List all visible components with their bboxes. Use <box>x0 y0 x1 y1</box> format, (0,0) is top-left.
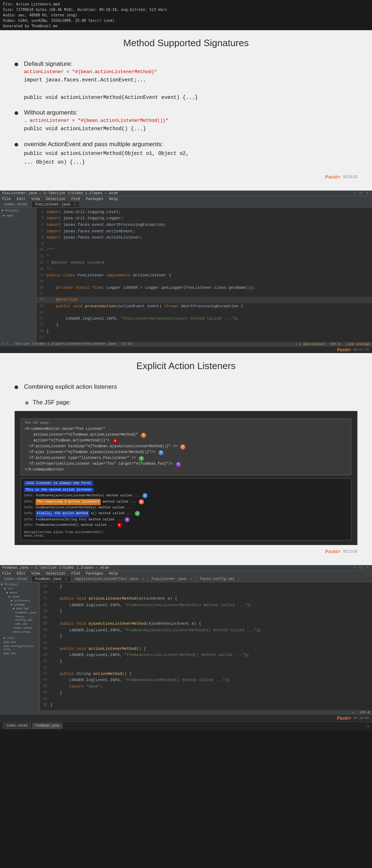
ide-content-1: ▼ Project ▶ apps 4 import java.util.logg… <box>0 208 372 342</box>
taskbar-item-1[interactable]: index.xhtml <box>3 723 31 729</box>
menu-packages-1[interactable]: Packages <box>86 197 103 201</box>
slide1-title: Method Supported Signatures <box>15 37 357 52</box>
bullet-content-s2-1: Combining explicit action listeners <box>24 383 357 392</box>
bullet-content-3: override ActionEvent and pass multiple a… <box>24 141 357 167</box>
code-line-23: 23 } <box>36 328 372 335</box>
code-line-6: 6 import javax.faces.event.AbortProcessi… <box>36 222 372 228</box>
code-line-39: 39 public void actionListenerMethod() { <box>40 646 372 652</box>
code-line-35: 35 public void ajaxActionListenerMethod(… <box>40 621 372 627</box>
ide-left-panel-2: ▼ Project ▶ src ▶ main ▶ java ▶ listener… <box>0 582 40 710</box>
badge-1: 1 <box>141 433 146 438</box>
menu-file-1[interactable]: File <box>2 197 11 201</box>
code-line-43: 43 public String actionMethod() { <box>40 671 372 677</box>
bullet-label-3: override ActionEvent and pass multiple a… <box>24 141 357 148</box>
tree-pom2[interactable]: pom.xml <box>2 651 39 655</box>
tab-index-xhtml-2[interactable]: index.xhtml <box>0 576 32 582</box>
menu-help-1[interactable]: Help <box>109 197 118 201</box>
menu-view-2[interactable]: View <box>31 572 40 576</box>
log-badge-1: 1 <box>139 499 144 504</box>
sub-bullet-label-1: The JSF page: <box>33 399 71 406</box>
close-icon-2[interactable]: × <box>367 566 369 570</box>
tree-main[interactable]: ▶ main <box>5 591 39 595</box>
slide2-section: Explicit Action Listeners Combining expl… <box>0 353 372 565</box>
menu-find-2[interactable]: Find <box>71 572 80 576</box>
ide-content-row-2: ▼ Project ▶ src ▶ main ▶ java ▶ listener… <box>0 582 372 710</box>
code-line-44: 44 LOGGER.log(Level.INFO, "FooBean#actio… <box>40 677 372 684</box>
project-root: ▼ Project <box>1 583 39 587</box>
menu-edit-1[interactable]: Edit <box>17 197 25 201</box>
ide-statusbar-2: ⚠ UTF-8 <box>0 710 372 715</box>
tree-listeners[interactable]: ▶ listeners <box>9 599 39 603</box>
tab-index-xhtml-1[interactable]: index.xhtml <box>0 202 32 207</box>
video-audio: Audio: aac, 48000 Hz, stereo (eng) <box>3 12 369 18</box>
video-video: Video: h264, yuv420p, 1920x1080, 25.00 f… <box>3 18 369 23</box>
taskbar-item-2[interactable]: FooBean.java <box>32 723 62 729</box>
tree-pomconfigfile[interactable]: pom-configuration-file <box>2 644 39 651</box>
packt-logo-ide2: Packt> <box>337 716 351 721</box>
code-red-1: actionListener = "#{bean.actionListenerM… <box>24 69 357 75</box>
tab-close-foobean[interactable]: × <box>65 577 67 581</box>
tree-pom[interactable]: pom.xml <box>2 640 39 644</box>
menu-packages-2[interactable]: Packages <box>86 572 103 576</box>
tree-java[interactable]: ▶ java <box>7 595 39 599</box>
ide-section-2: FooBean.java — C:\Section 1\Video 1.2\ap… <box>0 565 372 730</box>
tab-facesconfig-2[interactable]: faces-config.xml <box>196 576 239 582</box>
ide-titlebar-1: FooListener.java — C:\Section 1\Video 1.… <box>0 191 372 196</box>
code-line-15: 15 <box>36 279 372 285</box>
tree-webapp[interactable]: ▶ webapp <box>9 603 39 607</box>
log-line-5: Info: FooBean#setFoo(String foo) method … <box>24 517 348 523</box>
log-highlight-2: Finally, the action method <box>36 511 89 517</box>
tree-donexhtml[interactable]: done.xhtml <box>12 630 39 634</box>
tab-foolistener-2[interactable]: FooListener.java × <box>148 576 196 582</box>
tree-facesconfig[interactable]: faces-config.xml <box>14 615 39 622</box>
menu-help-2[interactable]: Help <box>109 572 118 576</box>
menu-edit-2[interactable]: Edit <box>17 572 25 576</box>
ide-code-area-2: 29 } 30 31 public void actionListenerMet… <box>40 582 372 710</box>
code-line-38: 38 <box>40 640 372 646</box>
badge-3: 3 <box>158 450 163 455</box>
menu-selection-1[interactable]: Selection <box>46 197 65 201</box>
tab-close-1[interactable]: × <box>74 203 76 207</box>
tab-foolistener-1[interactable]: FooListener.java × <box>32 202 80 207</box>
code-line-12: 12 * @author Anghel Leonard <box>36 260 372 266</box>
tree-indexxhtml[interactable]: index.xhtml <box>12 626 39 630</box>
menu-selection-2[interactable]: Selection <box>46 572 65 576</box>
slide1-section: Method Supported Signatures Default sign… <box>0 30 372 191</box>
code-line-48: 48 } <box>40 702 372 709</box>
maximize-icon-2[interactable]: □ <box>360 566 362 570</box>
code-block-2: public void actionListenerMethod() {...} <box>24 125 357 133</box>
minimize-icon-1[interactable]: − <box>353 191 356 195</box>
tree-test[interactable]: ▶ test <box>2 636 39 640</box>
ide-statusbar-1: C:\...\Section 1\Video 1.2\apex\listener… <box>0 342 372 347</box>
slide2-bullet-list: Combining explicit action listeners <box>15 383 357 392</box>
tab-foobean-2[interactable]: FooBean.java × <box>32 576 71 582</box>
code-line-9: 9 <box>36 241 372 247</box>
tab-applic-2[interactable]: ApplicActionListenerTest.java × <box>71 576 148 582</box>
code-line-36: 36 LOGGER.log(Level.INFO, "FooBean#ajaxA… <box>40 627 372 634</box>
code-line-46: 46 } <box>40 690 372 696</box>
maximize-icon-1[interactable]: □ <box>360 191 362 195</box>
bullet-content-2: Without arguments: … actionListener = "#… <box>24 109 357 133</box>
bullet-label-1: Default signature: <box>24 60 357 68</box>
bullet-dot-s2-1 <box>15 385 18 389</box>
menu-find-1[interactable]: Find <box>71 197 80 201</box>
ide-menubar-1: File Edit View Selection Find Packages H… <box>0 196 372 202</box>
log-badge-6: 6 <box>117 523 122 528</box>
code-line-22: 22 } <box>36 322 372 328</box>
packt-logo-ide1: Packt> <box>337 347 351 352</box>
tree-foobean[interactable]: FooBean.java <box>14 611 39 615</box>
ide-window-controls-2: − □ × <box>352 566 370 570</box>
second-label: This is the second action listener <box>24 488 94 492</box>
ajax-label-row: AJAX listener is always the first <box>24 481 348 487</box>
code-line-5: 5 import java.util.logging.Logger; <box>36 215 372 222</box>
code-line-42: 42 <box>40 665 372 671</box>
close-icon-1[interactable]: × <box>367 191 369 195</box>
menu-file-2[interactable]: File <box>2 572 11 576</box>
tree-web-inf[interactable]: ▶ WEB-INF <box>12 607 39 611</box>
ide-section-1: FooListener.java — C:\Section 1\Video 1.… <box>0 191 372 353</box>
tree-webxml[interactable]: web.xml <box>14 622 39 626</box>
code-line-17: 17 <box>36 291 372 297</box>
tree-src[interactable]: ▶ src <box>3 587 39 591</box>
minimize-icon-2[interactable]: − <box>353 566 356 570</box>
menu-view-1[interactable]: View <box>31 197 40 201</box>
